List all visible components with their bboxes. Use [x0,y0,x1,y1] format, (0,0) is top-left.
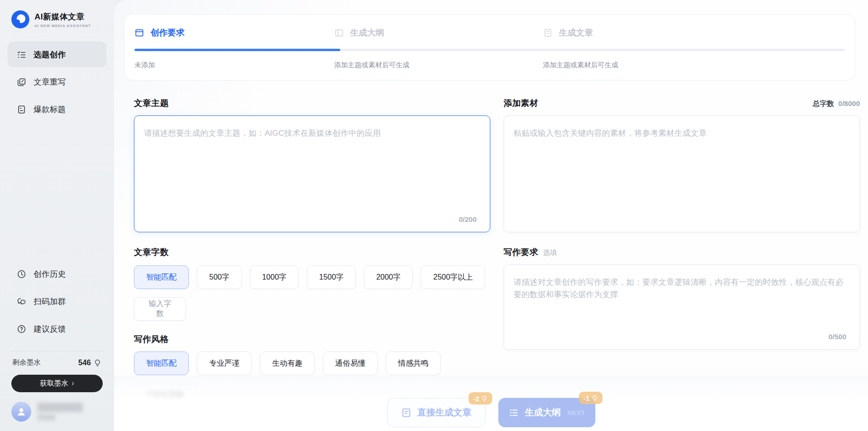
generate-outline-button[interactable]: -1 生成大纲 NEXT [498,398,595,427]
list-icon [508,407,519,418]
word-count-option-2500plus[interactable]: 2500字以上 [421,265,485,289]
chat-group-icon [17,297,27,307]
word-count-option-2000[interactable]: 2000字 [364,265,413,289]
sidebar-item-topic-creation[interactable]: 选题创作 [8,42,106,67]
step-status: 添加主题或素材后可生成 [543,61,845,70]
sidebar-item-article-rewrite[interactable]: 文章重写 [8,69,106,95]
stepper-progress-fill [134,49,340,51]
user-name-redacted [37,403,83,421]
history-clock-icon [17,269,27,279]
headline-doc-icon [17,105,27,114]
checklist-icon [17,50,27,60]
app-logo-icon [11,10,29,28]
app-subtitle: AI NEW MEDIA ASSISTANT [35,24,91,28]
word-count-option-1000[interactable]: 1000字 [250,265,299,289]
sidebar-item-label: 创作历史 [34,269,66,280]
app-title: AI新媒体文章 [35,11,91,22]
sidebar-item-feedback[interactable]: 建议反馈 [8,316,106,342]
ink-balance-value: 546 [78,359,91,367]
requirements-char-counter: 0/500 [828,333,846,341]
chevron-right-icon: › [71,379,74,387]
cost-badge: -2 [469,392,492,405]
topic-char-counter: 0/200 [459,215,477,223]
material-label: 添加素材 [504,97,538,109]
app-logo: AI新媒体文章 AI NEW MEDIA ASSISTANT [11,10,106,28]
get-ink-label: 获取墨水 [40,379,68,388]
sidebar: AI新媒体文章 AI NEW MEDIA ASSISTANT 选题创作 文章重写… [0,0,114,431]
generate-article-directly-button[interactable]: -2 直接生成文章 [387,398,486,427]
cost-value: -1 [583,394,589,402]
ink-bulb-icon [591,395,598,402]
sidebar-item-creation-history[interactable]: 创作历史 [8,261,106,287]
generate-outline-label: 生成大纲 [525,406,561,419]
step-label: 创作要求 [151,27,185,38]
step-creation-requirements[interactable]: 创作要求 [134,27,334,38]
topic-label: 文章主题 [134,97,168,109]
word-count-option-smart[interactable]: 智能匹配 [134,265,189,289]
article-doc-icon [543,28,553,38]
outline-layout-icon [334,28,344,38]
ink-balance-row: 剩余墨水 546 [8,358,106,367]
word-count-chips: 智能匹配 500字 1000字 1500字 2000字 2500字以上 输入字数 [134,265,490,321]
style-option-smart[interactable]: 智能匹配 [134,352,189,375]
sidebar-item-scan-join-group[interactable]: 扫码加群 [8,289,106,314]
topic-textarea[interactable] [134,116,490,232]
requirements-textarea[interactable] [504,265,859,349]
rewrite-icon [17,77,27,87]
user-profile[interactable] [8,402,106,422]
sidebar-item-label: 扫码加群 [34,296,66,307]
optional-tag: 选填 [543,248,557,257]
material-textarea[interactable] [504,116,859,232]
article-doc-icon [401,407,412,418]
cost-badge: -1 [579,392,602,404]
step-label: 生成大纲 [350,27,384,38]
step-label: 生成文章 [559,27,593,38]
sidebar-item-label: 爆款标题 [34,104,66,115]
style-option-emotional[interactable]: 情感共鸣 [386,352,441,375]
word-count-custom-input[interactable]: 输入字数 [134,297,186,321]
window-icon [134,28,144,38]
step-status: 未添加 [134,61,334,70]
get-ink-button[interactable]: 获取墨水 › [11,375,103,392]
feedback-question-icon [17,324,27,334]
style-option-vivid[interactable]: 生动有趣 [260,352,315,375]
ink-bulb-icon [93,359,102,367]
step-generate-outline[interactable]: 生成大纲 [334,27,543,38]
word-count-option-500[interactable]: 500字 [197,265,242,289]
material-total-counter: 总字数 0/8000 [813,99,860,108]
stepper-card: 创作要求 生成大纲 生成文章 未添加 添加主题或素材后可生成 添加主题或素材后可… [124,14,855,80]
style-option-accessible[interactable]: 通俗易懂 [323,352,378,375]
style-option-professional[interactable]: 专业严谨 [197,352,252,375]
sidebar-item-label: 选题创作 [34,49,66,60]
ink-bulb-icon [481,395,488,402]
person-icon [16,406,27,417]
main-content: 创作要求 生成大纲 生成文章 未添加 添加主题或素材后可生成 添加主题或素材后可… [114,0,868,431]
next-tag: NEXT [567,409,585,416]
avatar [11,402,31,422]
material-input-box [504,115,860,232]
sidebar-item-label: 建议反馈 [34,324,66,334]
cost-value: -2 [473,395,479,403]
sidebar-item-label: 文章重写 [34,77,66,88]
word-count-label: 文章字数 [134,246,168,258]
ink-balance-label: 剩余墨水 [12,358,41,367]
word-count-option-1500[interactable]: 1500字 [307,265,356,289]
sidebar-item-hot-headline[interactable]: 爆款标题 [8,97,106,122]
requirements-label: 写作要求 [504,246,538,258]
requirements-input-box: 0/500 [504,264,860,350]
footer-action-bar: -2 直接生成文章 -1 生成大纲 NEXT [114,375,868,431]
sidebar-divider [10,351,104,352]
writing-style-label: 写作风格 [134,334,168,345]
step-status: 添加主题或素材后可生成 [334,61,543,70]
step-generate-article[interactable]: 生成文章 [543,27,845,38]
stepper-progress-track [134,49,845,51]
generate-article-label: 直接生成文章 [417,406,471,419]
topic-input-box: 0/200 [134,115,490,232]
